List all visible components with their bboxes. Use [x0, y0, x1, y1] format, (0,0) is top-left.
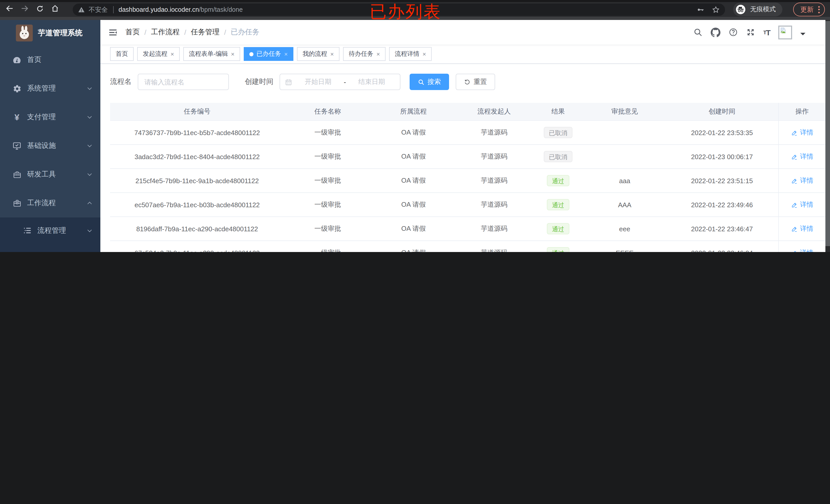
logo[interactable]: 芋道管理系统	[0, 20, 100, 45]
sidebar-item-payment[interactable]: ¥ 支付管理	[0, 103, 100, 132]
security-label[interactable]: 不安全	[89, 5, 108, 14]
done-task-table: 任务编号 任务名称 所属流程 流程发起人 结果 审批意见 创建时间 操作 747…	[110, 103, 825, 252]
close-icon[interactable]: ×	[284, 51, 288, 57]
logo-image	[16, 24, 33, 41]
search-button[interactable]: 搜索	[410, 74, 449, 90]
tab-start-process[interactable]: 发起流程×	[137, 47, 180, 61]
tab-form-edit[interactable]: 流程表单-编辑×	[183, 47, 240, 61]
tab-my-process[interactable]: 我的流程×	[297, 47, 340, 61]
fullscreen-icon[interactable]	[746, 28, 755, 37]
dashboard-icon	[12, 55, 22, 64]
chevron-down-icon	[87, 171, 93, 177]
detail-link[interactable]: 详情	[791, 152, 813, 161]
edit-icon	[791, 177, 797, 184]
create-time-label: 创建时间	[245, 77, 274, 87]
url-path[interactable]: /bpm/task/done	[199, 6, 243, 13]
browser-back-icon[interactable]	[5, 4, 14, 15]
chevron-up-icon	[87, 200, 93, 206]
reset-button[interactable]: 重置	[456, 74, 495, 90]
browser-home-icon[interactable]	[51, 4, 59, 15]
sidebar-item-home[interactable]: 首页	[0, 45, 100, 74]
close-icon[interactable]: ×	[422, 51, 426, 57]
update-label[interactable]: 更新	[800, 5, 813, 14]
sidebar-item-devtools[interactable]: 研发工具	[0, 160, 100, 189]
actions-cell: 详情	[778, 241, 825, 252]
result-cell: 通过	[533, 175, 584, 186]
sidebar-item-system[interactable]: 系统管理	[0, 74, 100, 103]
sidebar-item-label: 研发工具	[27, 170, 56, 179]
result-badge: 通过	[547, 223, 569, 234]
url-host[interactable]: dashboard.yudao.iocoder.cn	[119, 6, 199, 13]
key-icon[interactable]	[696, 6, 705, 14]
sidebar-item-label: 工作流程	[27, 199, 56, 208]
task-id-cell: 3adac3d2-7b9d-11ec-8404-acde48001122	[110, 153, 284, 160]
task-name-cell: 一级审批	[284, 248, 371, 252]
tab-done-tasks[interactable]: 已办任务×	[244, 47, 293, 61]
search-icon[interactable]	[693, 28, 702, 37]
tab-home[interactable]: 首页	[110, 47, 134, 61]
task-name-cell: 一级审批	[284, 128, 371, 137]
table-row: 215cf4e5-7b9b-11ec-9a1b-acde48001122 一级审…	[110, 169, 825, 193]
table-row: 74736737-7b9b-11ec-b5b7-acde48001122 一级审…	[110, 121, 825, 145]
breadcrumb-home[interactable]: 首页	[125, 28, 140, 37]
incognito-label: 无痕模式	[750, 5, 776, 14]
browser-update-button[interactable]: 更新	[793, 3, 825, 16]
chevron-down-icon	[87, 86, 93, 92]
breadcrumb-task-mgmt[interactable]: 任务管理	[191, 28, 220, 37]
close-icon[interactable]: ×	[330, 51, 334, 57]
chevron-down-icon	[87, 143, 93, 149]
scrollbar-thumb[interactable]	[825, 21, 830, 246]
browser-forward-icon[interactable]	[21, 4, 29, 15]
browser-reload-icon[interactable]	[36, 4, 44, 14]
github-icon[interactable]	[710, 27, 720, 37]
create-time-cell: 2022-01-22 23:51:15	[666, 177, 778, 184]
edit-icon	[791, 201, 797, 208]
sidebar-item-label: 流程管理	[37, 226, 66, 235]
detail-link[interactable]: 详情	[791, 200, 813, 209]
sidebar-item-infra[interactable]: 基础设施	[0, 132, 100, 160]
bookmark-star-icon[interactable]	[712, 6, 720, 14]
result-cell: 通过	[533, 247, 584, 252]
close-icon[interactable]: ×	[376, 51, 380, 57]
actions-cell: 详情	[778, 121, 825, 144]
process-cell: OA 请假	[371, 248, 456, 252]
breadcrumb: 首页 / 工作流程 / 任务管理 / 已办任务	[125, 28, 259, 37]
screen: 不安全 dashboard.yudao.iocoder.cn/bpm/task/…	[0, 0, 830, 252]
incognito-icon	[735, 4, 746, 15]
avatar-caret-icon[interactable]	[800, 33, 805, 38]
create-time-cell: 2022-01-22 23:53:35	[666, 129, 778, 136]
page-scrollbar[interactable]	[825, 20, 830, 252]
sidebar-item-workflow[interactable]: 工作流程	[0, 189, 100, 217]
starter-cell: 芋道源码	[456, 200, 533, 209]
close-icon[interactable]: ×	[231, 51, 234, 57]
sidebar-item-label: 系统管理	[27, 84, 56, 93]
security-warning-icon[interactable]	[78, 6, 85, 13]
avatar[interactable]	[778, 25, 792, 39]
close-icon[interactable]: ×	[170, 51, 174, 57]
detail-link[interactable]: 详情	[791, 128, 813, 137]
hamburger-icon[interactable]	[100, 27, 125, 37]
sidebar-item-task-mgmt[interactable]: 任务管理	[0, 243, 100, 252]
workflow-submenu: 流程管理 任务管理 我的流程	[0, 217, 100, 252]
breadcrumb-workflow[interactable]: 工作流程	[151, 28, 180, 37]
comment-cell: EEEE	[584, 249, 666, 252]
incognito-badge: 无痕模式	[733, 3, 783, 16]
help-icon[interactable]	[728, 28, 738, 37]
result-badge: 通过	[547, 247, 569, 252]
detail-link[interactable]: 详情	[791, 176, 813, 185]
date-range-picker[interactable]: 开始日期 - 结束日期	[280, 74, 401, 90]
calendar-icon	[285, 78, 292, 86]
detail-link[interactable]: 详情	[791, 224, 813, 233]
sidebar-item-process-mgmt[interactable]: 流程管理	[0, 217, 100, 243]
font-size-icon[interactable]: TT	[763, 28, 770, 37]
tab-process-detail[interactable]: 流程详情×	[389, 47, 432, 61]
detail-link[interactable]: 详情	[791, 248, 813, 252]
browser-menu-icon[interactable]	[818, 6, 820, 13]
process-cell: OA 请假	[371, 152, 456, 161]
tab-todo-tasks[interactable]: 待办任务×	[343, 47, 386, 61]
task-name-cell: 一级审批	[284, 224, 371, 233]
sidebar-item-label: 首页	[27, 55, 41, 64]
process-name-input[interactable]	[138, 74, 229, 90]
comment-cell: eee	[584, 225, 666, 233]
app-title: 芋道管理系统	[38, 28, 83, 38]
